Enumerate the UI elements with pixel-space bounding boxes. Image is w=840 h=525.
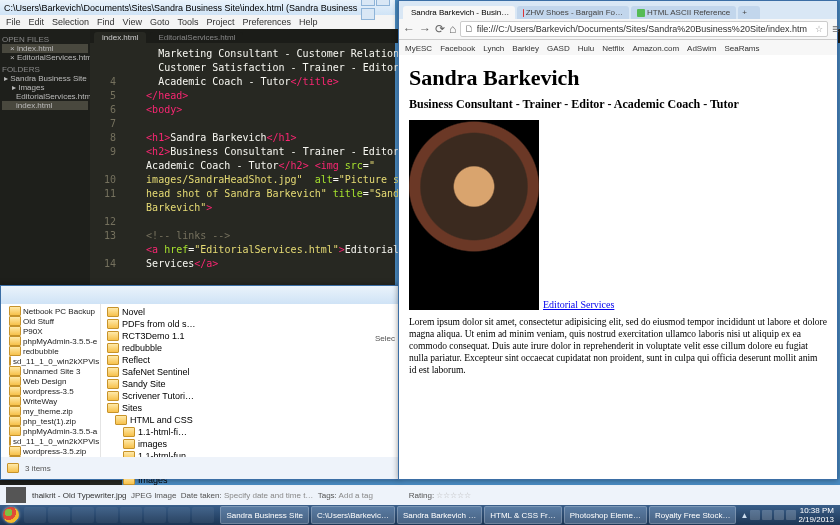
tags-value[interactable]: Add a tag — [339, 491, 373, 500]
tree-item[interactable]: sd_11_1_0_win2kXPVis — [3, 356, 98, 366]
menu-edit[interactable]: Edit — [29, 17, 45, 27]
bookmark-searams[interactable]: SeaRams — [724, 44, 759, 53]
bookmark-star-icon[interactable]: ☆ — [815, 24, 823, 34]
file-item[interactable]: Reflect — [107, 354, 393, 366]
file-item[interactable]: Scrivener Tutori… — [107, 390, 393, 402]
pinned-app-4[interactable] — [96, 507, 118, 523]
bookmark-netflix[interactable]: Netflix — [602, 44, 624, 53]
network-icon[interactable] — [774, 510, 784, 520]
pinned-ie[interactable] — [24, 507, 46, 523]
editorial-services-link[interactable]: Editorial Services — [543, 299, 614, 310]
bookmark-hulu[interactable]: Hulu — [578, 44, 594, 53]
tree-item[interactable]: wordpress-3.5 — [3, 386, 98, 396]
show-hidden-icon[interactable]: ▲ — [740, 511, 748, 520]
browser-tab[interactable]: ZHW Shoes - Bargain Fo… — [517, 6, 629, 19]
bookmark-adswim[interactable]: AdSwim — [687, 44, 716, 53]
tree-item[interactable]: php_test(1).zip — [3, 416, 98, 426]
menu-preferences[interactable]: Preferences — [242, 17, 291, 27]
task-button[interactable]: C:\Users\Barkevic… — [311, 506, 395, 524]
explorer-window[interactable]: Netbook PC BackupOld StuffP90XphpMyAdmin… — [0, 285, 400, 480]
tree-item[interactable]: phpMyAdmin-3.5.5-e — [3, 336, 98, 346]
editor-tab[interactable]: EditorialServices.html — [150, 32, 243, 43]
bookmark-barkley[interactable]: Barkley — [512, 44, 539, 53]
file-item[interactable]: Sites — [107, 402, 393, 414]
pinned-app-7[interactable] — [168, 507, 190, 523]
open-file[interactable]: × index.html — [2, 44, 88, 53]
pinned-app-5[interactable] — [120, 507, 142, 523]
tree-item[interactable]: P90X — [3, 326, 98, 336]
start-button[interactable] — [0, 505, 22, 525]
tree-item[interactable]: Unnamed Site 3 — [3, 366, 98, 376]
open-file[interactable]: × EditorialServices.html — [2, 53, 88, 62]
menu-help[interactable]: Help — [299, 17, 318, 27]
file-item[interactable]: SafeNet Sentinel — [107, 366, 393, 378]
bookmark-myesc[interactable]: MyESC — [405, 44, 432, 53]
tray-icon[interactable] — [762, 510, 772, 520]
pinned-app-8[interactable] — [192, 507, 214, 523]
tray-icon[interactable] — [750, 510, 760, 520]
editor-tab[interactable]: index.html — [94, 32, 146, 43]
file-item[interactable]: 1.1-html-fi… — [107, 426, 393, 438]
taskbar[interactable]: Sandra Business SiteC:\Users\Barkevic…Sa… — [0, 505, 840, 525]
task-button[interactable]: Sandra Barkevich … — [397, 506, 482, 524]
forward-button[interactable]: → — [419, 22, 431, 36]
menu-find[interactable]: Find — [97, 17, 115, 27]
system-tray[interactable]: ▲ 10:38 PM2/19/2013 — [736, 506, 840, 524]
file-item[interactable]: images — [107, 438, 393, 450]
new-tab-button[interactable]: + — [738, 6, 760, 19]
file-item[interactable]: PDFs from old s… — [107, 318, 393, 330]
bookmark-facebook[interactable]: Facebook — [440, 44, 475, 53]
chrome-window[interactable]: Sandra Barkevich - Busin…ZHW Shoes - Bar… — [398, 0, 838, 480]
file-item[interactable]: Novel — [107, 306, 393, 318]
menu-tools[interactable]: Tools — [177, 17, 198, 27]
sublime-menubar[interactable]: FileEditSelectionFindViewGotoToolsProjec… — [0, 15, 395, 29]
bookmark-gasd[interactable]: GASD — [547, 44, 570, 53]
tree-item[interactable]: my_theme.zip — [3, 406, 98, 416]
task-button[interactable]: Royalty Free Stock… — [649, 506, 737, 524]
menu-project[interactable]: Project — [206, 17, 234, 27]
file-item[interactable]: redbubble — [107, 342, 393, 354]
volume-icon[interactable] — [786, 510, 796, 520]
home-button[interactable]: ⌂ — [449, 22, 456, 36]
address-bar[interactable]: 🗋 file:///C:/Users/Barkevich/Documents/S… — [460, 21, 828, 37]
tree-item[interactable]: wordpress-3.5.zip — [3, 446, 98, 456]
file-item[interactable]: RCT3Demo 1.1 — [107, 330, 393, 342]
menu-icon[interactable]: ≡ — [832, 22, 839, 36]
tree-item[interactable]: Old Stuff — [3, 316, 98, 326]
browser-tab[interactable]: Sandra Barkevich - Busin… — [403, 6, 515, 19]
bookmark-amazoncom[interactable]: Amazon.com — [632, 44, 679, 53]
menu-selection[interactable]: Selection — [52, 17, 89, 27]
tree-item[interactable]: phpMyAdmin-3.5.5-a — [3, 426, 98, 436]
rating-stars[interactable]: ☆☆☆☆☆ — [436, 491, 471, 500]
project-folder[interactable]: Sandra Business Site — [10, 74, 87, 83]
file-item[interactable]: Sandy Site — [107, 378, 393, 390]
task-button[interactable]: Sandra Business Site — [220, 506, 309, 524]
tree-item[interactable]: sd_11_1_0_win2kXPVis — [3, 436, 98, 446]
menu-goto[interactable]: Goto — [150, 17, 170, 27]
bookmark-lynch[interactable]: Lynch — [483, 44, 504, 53]
clock[interactable]: 10:38 PM2/19/2013 — [798, 506, 836, 524]
sublime-titlebar[interactable]: C:\Users\Barkevich\Documents\Sites\Sandr… — [0, 0, 395, 15]
window-controls[interactable] — [360, 0, 391, 22]
pinned-app-6[interactable] — [144, 507, 166, 523]
menu-view[interactable]: View — [123, 17, 142, 27]
task-buttons[interactable]: Sandra Business SiteC:\Users\Barkevic…Sa… — [220, 506, 736, 524]
tree-item[interactable]: redbubble — [3, 346, 98, 356]
sidebar-file[interactable]: EditorialServices.html — [2, 92, 88, 101]
browser-tab[interactable]: HTML ASCII Reference — [631, 6, 736, 19]
tree-item[interactable]: Web Design — [3, 376, 98, 386]
chrome-toolbar[interactable]: ← → ⟳ ⌂ 🗋 file:///C:/Users/Barkevich/Doc… — [399, 19, 837, 40]
pinned-explorer[interactable] — [48, 507, 70, 523]
menu-file[interactable]: File — [6, 17, 21, 27]
sidebar-file[interactable]: ▸ Images — [2, 83, 88, 92]
explorer-file-list[interactable]: NovelPDFs from old s…RCT3Demo 1.1redbubb… — [101, 304, 399, 461]
tree-item[interactable]: Netbook PC Backup — [3, 306, 98, 316]
minimize-icon[interactable] — [361, 0, 375, 6]
explorer-tree[interactable]: Netbook PC BackupOld StuffP90XphpMyAdmin… — [1, 304, 101, 461]
chrome-tabstrip[interactable]: Sandra Barkevich - Busin…ZHW Shoes - Bar… — [399, 1, 837, 19]
date-value[interactable]: Specify date and time t… — [224, 491, 313, 500]
task-button[interactable]: Photoshop Eleme… — [564, 506, 647, 524]
maximize-icon[interactable] — [376, 0, 390, 6]
pinned-apps[interactable] — [24, 507, 214, 523]
close-icon[interactable] — [361, 8, 375, 20]
